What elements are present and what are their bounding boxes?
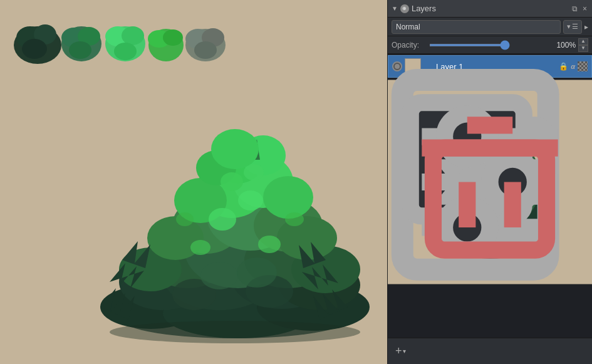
delete-layer-button[interactable] [582,350,587,353]
svg-point-65 [110,321,360,343]
svg-point-52 [211,129,259,169]
layers-panel: ▼ ⊕ Layers ⧉ × NormalMultiplyScreenOverl… [387,0,592,364]
svg-point-58 [238,190,263,211]
svg-point-55 [200,262,238,289]
svg-point-62 [190,240,210,255]
svg-point-57 [209,208,236,231]
layer-toolbar: + ▾ [388,338,592,364]
svg-point-41 [263,176,313,219]
canvas-area [0,0,387,364]
svg-point-12 [114,43,137,60]
svg-point-59 [221,172,243,191]
svg-point-11 [122,26,144,45]
svg-point-64 [176,212,194,226]
svg-point-4 [22,39,47,59]
svg-point-60 [244,164,264,180]
canvas-artwork [0,0,387,364]
svg-point-8 [69,41,91,59]
svg-point-37 [277,216,337,260]
svg-point-61 [258,236,281,253]
svg-rect-84 [433,148,546,250]
svg-point-15 [163,29,183,46]
svg-point-19 [194,41,217,59]
svg-point-56 [237,257,277,288]
svg-point-63 [285,212,304,226]
